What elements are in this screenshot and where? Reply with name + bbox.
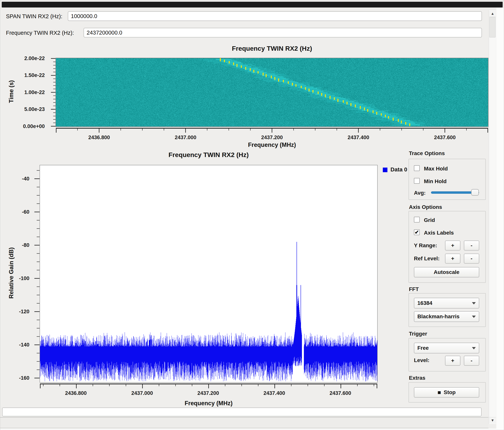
grid-checkbox[interactable] <box>414 217 420 222</box>
max-hold-label: Max Hold <box>424 166 448 172</box>
spectrum-x-tick-label: 2437.600 <box>319 390 361 396</box>
ref-level-plus-button[interactable]: + <box>445 254 460 263</box>
checkmark-icon: ✔ <box>415 229 419 235</box>
section-label-fft: FFT <box>409 286 419 292</box>
spectrum-y-axis-ticks <box>31 165 40 382</box>
footer-input[interactable] <box>2 408 482 416</box>
section-label-extras: Extras <box>409 375 425 381</box>
trigger-level-label: Level: <box>414 357 430 363</box>
spectrum-y-tick-label: -40 <box>7 176 29 182</box>
fft-window-value: Blackman-harris <box>417 314 459 320</box>
trigger-level-minus-button[interactable]: - <box>464 356 479 366</box>
span-field-label: SPAN TWIN RX2 (Hz): <box>6 13 63 20</box>
grid-label: Grid <box>424 217 435 223</box>
waterfall-x-axis-title: Frequency (MHz) <box>214 141 330 148</box>
trigger-mode-select[interactable]: Free <box>414 343 479 353</box>
trigger-level-plus-button[interactable]: + <box>445 356 460 366</box>
legend-swatch-data0 <box>383 167 387 172</box>
ref-level-minus-button[interactable]: - <box>464 254 479 263</box>
axis-labels-checkbox[interactable]: ✔ <box>414 229 420 235</box>
avg-label: Avg: <box>414 190 426 196</box>
waterfall-y-axis-title: Time (s) <box>8 57 15 126</box>
window-title-bar[interactable] <box>2 2 503 8</box>
spectrum-y-axis-title: Relative Gain (dB) <box>8 211 15 334</box>
waterfall-x-tick-label: 2437.200 <box>253 134 291 141</box>
section-label-trigger: Trigger <box>409 331 427 337</box>
spectrum-y-tick-label: -160 <box>7 375 29 381</box>
spectrum-plot-canvas[interactable] <box>40 165 378 383</box>
waterfall-y-tick-label: 2.00e-22 <box>18 55 45 62</box>
waterfall-y-axis-ticks <box>46 58 55 126</box>
spectrum-x-tick-label: 2437.000 <box>121 390 163 396</box>
waterfall-x-tick-label: 2436.800 <box>80 134 118 141</box>
y-range-label: Y Range: <box>414 242 437 249</box>
scroll-up-icon: ▲ <box>491 11 495 16</box>
avg-slider-handle[interactable] <box>471 189 479 196</box>
stop-button-label: Stop <box>444 389 456 395</box>
stop-square-icon: ■ <box>438 389 441 395</box>
waterfall-plot-canvas[interactable] <box>55 58 488 127</box>
stop-button[interactable]: ■ Stop <box>414 387 479 398</box>
waterfall-y-tick-label: 0.00e+00 <box>18 123 45 130</box>
autoscale-button[interactable]: Autoscale <box>414 267 479 277</box>
waterfall-x-tick-label: 2437.400 <box>339 134 378 141</box>
spectrum-y-tick-label: -140 <box>7 342 29 348</box>
min-hold-label: Min Hold <box>424 178 447 184</box>
trigger-mode-value: Free <box>417 345 429 351</box>
frequency-input[interactable] <box>83 28 482 37</box>
window-bottom-gap <box>0 429 504 430</box>
frequency-field-label: Frequency TWIN RX2 (Hz): <box>6 30 74 36</box>
max-hold-checkbox[interactable] <box>414 165 420 171</box>
scroll-down-icon: ▼ <box>491 418 495 422</box>
spectrum-x-axis-ticks <box>40 383 377 389</box>
fft-size-select[interactable]: 16384 <box>414 298 479 308</box>
spectrum-x-tick-label: 2437.400 <box>253 390 295 396</box>
fft-window-select[interactable]: Blackman-harris <box>414 311 479 322</box>
scrollbar-down-button[interactable]: ▼ <box>489 417 496 423</box>
section-label-trace-options: Trace Options <box>409 150 445 157</box>
min-hold-checkbox[interactable] <box>414 178 420 184</box>
waterfall-x-tick-label: 2437.000 <box>166 134 205 141</box>
dropdown-caret-icon <box>472 316 476 318</box>
scrollbar-up-button[interactable]: ▲ <box>489 10 496 17</box>
waterfall-x-tick-label: 2437.600 <box>426 134 464 141</box>
window-right-margin <box>496 8 504 429</box>
spectrum-x-axis-title: Frequency (MHz) <box>151 400 266 407</box>
waterfall-y-tick-label: 1.50e-22 <box>18 72 45 79</box>
section-label-axis-options: Axis Options <box>409 204 442 210</box>
spectrum-x-tick-label: 2436.800 <box>55 390 97 396</box>
waterfall-title: Frequency TWIN RX2 (Hz) <box>176 45 368 52</box>
footer-divider <box>0 417 488 418</box>
spectrum-title: Frequency TWIN RX2 (Hz) <box>113 151 305 158</box>
scrollbar-thumb[interactable] <box>489 17 495 37</box>
vertical-scrollbar[interactable]: ▲ ▼ <box>489 10 496 424</box>
dropdown-caret-icon <box>472 302 476 305</box>
axis-labels-label: Axis Labels <box>424 230 454 236</box>
waterfall-y-tick-label: 5.00e-23 <box>18 106 45 113</box>
y-range-minus-button[interactable]: - <box>464 241 479 251</box>
spectrum-x-tick-label: 2437.200 <box>187 390 229 396</box>
footer-status-strip <box>0 418 488 428</box>
dropdown-caret-icon <box>472 347 476 349</box>
legend-label-data0: Data 0 <box>390 167 407 173</box>
y-range-plus-button[interactable]: + <box>445 241 460 251</box>
waterfall-x-axis-ticks <box>56 128 488 133</box>
fft-size-value: 16384 <box>417 300 432 306</box>
application-window: SPAN TWIN RX2 (Hz): Frequency TWIN RX2 (… <box>0 0 504 430</box>
span-input[interactable] <box>68 11 482 21</box>
waterfall-y-tick-label: 1.00e-22 <box>18 89 45 96</box>
ref-level-label: Ref Level: <box>414 255 440 262</box>
